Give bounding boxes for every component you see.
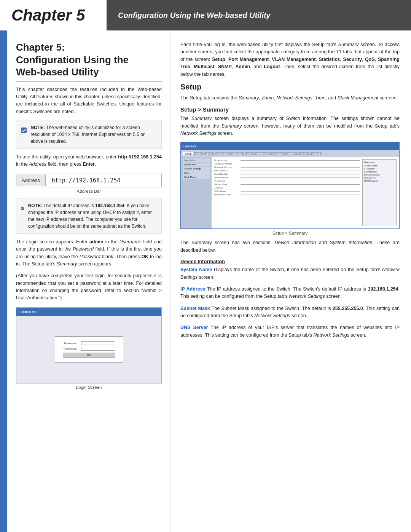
intro-paragraph: This chapter describes the features incl… — [16, 86, 162, 116]
setup-tab-logout: Logout — [310, 152, 322, 155]
blue-stripe — [0, 30, 7, 532]
header-bar: Chapter 5 Configuration Using the Web-ba… — [0, 0, 411, 30]
setup-main: Model Name Hardware Version Firmware Ver… — [212, 157, 399, 228]
note-box-2: NOTE: The default IP address is 192.168.… — [16, 198, 162, 234]
note-2-text: NOTE: The default IP address is 192.168.… — [28, 202, 157, 230]
setup-tab-qos: QoS — [245, 152, 254, 155]
setup-tab-security: Security — [230, 152, 244, 155]
security-paragraph: (After you have completed your first log… — [16, 272, 162, 302]
left-column: Chapter 5: Configuration Using the Web-b… — [7, 30, 170, 532]
setup-content: Switch Info System Info Network Settings… — [181, 157, 399, 228]
sidebar-item-stack: Stack Mgmt — [183, 175, 210, 179]
setup-tab-snmp: SNMP — [285, 152, 297, 155]
main-content: Chapter 5: Configuration Using the Web-b… — [7, 30, 411, 532]
setup-tab-stats: Statistics — [215, 152, 229, 155]
setup-summary-panel: Summary System Name: — IP Address: — Sub… — [362, 159, 397, 226]
login-screen-mock: LINKSYS Username: Password: OK — [16, 307, 162, 383]
sidebar-item-system: System Info — [183, 163, 210, 166]
right-column: Each time you log in, the web-based util… — [170, 30, 411, 532]
setup-tab-port: Port — [194, 152, 203, 155]
login-screen-caption: Login Screen — [16, 385, 162, 390]
setup-heading: Setup — [180, 83, 400, 91]
subnet-mask-entry: Subnet Mask The Subnet Mask assigned to … — [180, 305, 400, 320]
content-wrapper: Chapter 5: Configuration Using the Web-b… — [0, 30, 411, 532]
setup-summary-heading: Setup > Summary — [180, 106, 400, 113]
header-chapter-text: Chapter 5 — [11, 6, 85, 24]
device-info-heading: Device Information — [180, 259, 400, 264]
setup-tab-spanning: Spanning — [255, 152, 270, 155]
login-form-mock: Username: Password: OK — [55, 336, 123, 363]
dns-server-entry: DNS Server The IP address of your ISP's … — [180, 324, 400, 339]
setup-tab-multicast: Multicast — [270, 152, 285, 155]
address-instruction: To use the utility, open your web browse… — [16, 153, 162, 168]
header-title-text: Configuration Using the Web-based Utilit… — [118, 11, 271, 20]
address-bar-illustration: Address http://192.168.1.254 — [16, 174, 162, 187]
header-title-area: Configuration Using the Web-based Utilit… — [107, 0, 411, 30]
svg-rect-1 — [21, 207, 24, 210]
screen-header: LINKSYS — [16, 308, 161, 316]
setup-summary-description2: The Summary screen has two sections: Dev… — [180, 239, 400, 254]
setup-screen-mock: LINKSYS Setup Port VLAN Statistics Secur… — [180, 142, 400, 229]
system-name-entry: System Name Displays the name of the Swi… — [180, 266, 400, 281]
setup-tabs: Setup Port VLAN Statistics Security QoS … — [181, 150, 399, 157]
svg-rect-0 — [21, 128, 26, 133]
address-bar-caption: Address Bar — [16, 189, 162, 193]
checkmark-icon-2 — [21, 202, 24, 214]
checkmark-icon — [21, 124, 27, 136]
setup-tab-vlan: VLAN — [204, 152, 214, 155]
setup-sidebar: Switch Info System Info Network Settings… — [181, 157, 212, 228]
ip-address-entry: IP Address The IP address assigned to th… — [180, 286, 400, 300]
note-box-1: NOTE: The web-based utility is optimized… — [16, 120, 162, 149]
login-paragraph: The Login screen appears. Enter admin in… — [16, 238, 162, 268]
setup-tab-admin: Admin — [298, 152, 309, 155]
header-chapter: Chapter 5 — [0, 0, 107, 30]
note-1-text: NOTE: The web-based utility is optimized… — [30, 124, 157, 145]
chapter-title: Chapter 5: Configuration Using the Web-b… — [16, 41, 162, 82]
sidebar-item-network: Network Settings — [183, 167, 210, 171]
setup-screen-caption: Setup > Summary — [180, 231, 400, 235]
right-intro: Each time you log in, the web-based util… — [180, 41, 400, 78]
sidebar-item-switch: Switch Info — [183, 158, 210, 162]
setup-tab-setup: Setup — [183, 152, 193, 155]
setup-description: The Setup tab contains the Summary, Zoom… — [180, 94, 400, 102]
screen-body: Username: Password: OK — [16, 316, 161, 383]
address-label: Address — [16, 174, 46, 186]
setup-screen-header: LINKSYS — [181, 142, 399, 150]
setup-buttons: Save Settings Cancel Changes — [181, 228, 399, 229]
sidebar-item-time: Time — [183, 171, 210, 175]
setup-summary-description: The Summary screen displays a summary of… — [180, 115, 400, 137]
address-url: http://192.168.1.254 — [46, 174, 127, 187]
setup-form: Model Name Hardware Version Firmware Ver… — [214, 159, 360, 226]
